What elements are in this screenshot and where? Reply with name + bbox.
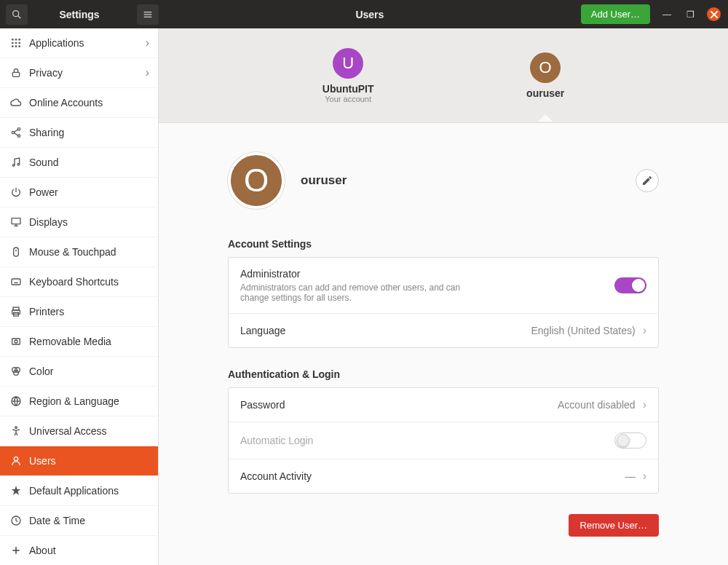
sidebar-item-default-applications[interactable]: Default Applications [0, 476, 158, 506]
svg-rect-37 [12, 339, 20, 344]
sidebar-item-region-language[interactable]: Region & Language [0, 387, 158, 416]
globe-icon [9, 395, 23, 407]
sidebar-item-label: Mouse & Touchpad [29, 246, 116, 258]
svg-line-20 [14, 130, 17, 132]
svg-rect-29 [12, 279, 20, 285]
svg-line-1 [18, 15, 21, 18]
language-value: English (United States) [531, 325, 635, 336]
hamburger-icon [142, 9, 154, 20]
sidebar-item-sound[interactable]: Sound [0, 148, 158, 178]
settings-sidebar: Applications›Privacy›Online AccountsShar… [0, 28, 159, 565]
panel-title: Users [159, 9, 581, 20]
svg-point-7 [12, 39, 14, 41]
sidebar-item-label: Printers [29, 306, 64, 317]
autologin-toggle[interactable] [614, 432, 646, 449]
activity-row[interactable]: Account Activity — › [229, 459, 658, 493]
sidebar-item-users[interactable]: Users [0, 446, 158, 476]
user-tab-ubuntupit[interactable]: UUbuntuPITYour account [323, 48, 374, 103]
sidebar-item-label: Default Applications [29, 485, 119, 497]
accessibility-icon [9, 425, 23, 437]
svg-point-14 [15, 45, 17, 47]
sidebar-item-printers[interactable]: Printers [0, 297, 158, 327]
sidebar-title: Settings [28, 9, 131, 20]
sidebar-item-removable-media[interactable]: Removable Media [0, 327, 158, 357]
autologin-label: Automatic Login [240, 435, 313, 446]
sidebar-item-power[interactable]: Power [0, 178, 158, 208]
sidebar-item-label: About [29, 545, 56, 556]
window-close[interactable] [707, 7, 721, 21]
search-icon [11, 9, 23, 20]
svg-point-12 [18, 42, 20, 44]
sidebar-item-label: Universal Access [29, 425, 107, 437]
svg-point-44 [15, 427, 17, 429]
star-icon [9, 485, 23, 497]
edit-name-button[interactable] [636, 169, 659, 192]
sidebar-item-label: Power [29, 186, 58, 198]
sidebar-item-label: Applications [29, 37, 84, 49]
sidebar-item-label: Users [29, 455, 56, 467]
password-row[interactable]: Password Account disabled › [229, 388, 658, 422]
svg-point-45 [14, 457, 17, 461]
admin-description: Administrators can add and remove other … [240, 282, 473, 303]
sidebar-item-privacy[interactable]: Privacy› [0, 58, 158, 88]
svg-point-15 [18, 45, 20, 47]
sidebar-item-date-time[interactable]: Date & Time [0, 506, 158, 536]
administrator-toggle[interactable] [614, 277, 646, 293]
language-row[interactable]: Language English (United States) › [229, 314, 658, 347]
profile-name: ouruser [301, 173, 347, 188]
sidebar-item-keyboard-shortcuts[interactable]: Keyboard Shortcuts [0, 267, 158, 297]
admin-label: Administrator [240, 268, 473, 280]
printer-icon [9, 306, 23, 317]
sidebar-item-label: Color [29, 366, 53, 377]
power-icon [9, 186, 23, 198]
plus-icon [9, 545, 23, 556]
autologin-row[interactable]: Automatic Login [229, 422, 658, 459]
remove-user-button[interactable]: Remove User… [569, 514, 659, 537]
sidebar-item-sharing[interactable]: Sharing [0, 118, 158, 148]
user-switcher: UUbuntuPITYour accountOouruser [159, 28, 728, 123]
user-tab-ouruser[interactable]: Oouruser [526, 52, 564, 99]
sidebar-item-mouse-touchpad[interactable]: Mouse & Touchpad [0, 237, 158, 267]
media-icon [9, 336, 23, 347]
grid-icon [9, 37, 23, 49]
chevron-right-icon: › [643, 398, 646, 411]
svg-point-0 [13, 10, 19, 16]
clock-icon [9, 515, 23, 526]
avatar: U [333, 48, 363, 79]
hamburger-button[interactable] [137, 4, 159, 25]
avatar-large[interactable]: O [228, 152, 285, 209]
music-icon [9, 157, 23, 168]
sidebar-item-about[interactable]: About [0, 536, 158, 565]
window-minimize[interactable]: — [660, 8, 673, 21]
sidebar-item-displays[interactable]: Displays [0, 208, 158, 237]
sidebar-item-label: Region & Language [29, 395, 119, 407]
chevron-right-icon: › [643, 470, 646, 483]
window-maximize[interactable]: ❐ [684, 8, 697, 21]
svg-rect-16 [12, 72, 19, 76]
sidebar-item-label: Removable Media [29, 336, 111, 347]
user-icon [9, 455, 23, 467]
sidebar-item-color[interactable]: Color [0, 357, 158, 387]
sidebar-item-online-accounts[interactable]: Online Accounts [0, 88, 158, 118]
sidebar-item-applications[interactable]: Applications› [0, 28, 158, 58]
sidebar-item-label: Keyboard Shortcuts [29, 276, 119, 288]
user-tab-name: ouruser [526, 87, 564, 99]
svg-rect-27 [14, 248, 19, 256]
language-label: Language [240, 325, 285, 336]
sidebar-item-label: Sharing [29, 127, 64, 138]
color-icon [9, 366, 23, 377]
cloud-icon [9, 97, 23, 108]
user-tab-name: UbuntuPIT [323, 83, 374, 95]
svg-point-11 [15, 42, 17, 44]
pencil-icon [641, 175, 653, 186]
sidebar-item-label: Displays [29, 216, 68, 228]
svg-rect-24 [12, 218, 20, 224]
add-user-button[interactable]: Add User… [581, 4, 650, 24]
display-icon [9, 216, 23, 228]
administrator-row[interactable]: Administrator Administrators can add and… [229, 258, 658, 314]
search-button[interactable] [6, 4, 28, 25]
chevron-right-icon: › [643, 324, 646, 337]
sidebar-item-universal-access[interactable]: Universal Access [0, 416, 158, 446]
svg-point-8 [15, 39, 17, 41]
lock-icon [9, 67, 23, 79]
